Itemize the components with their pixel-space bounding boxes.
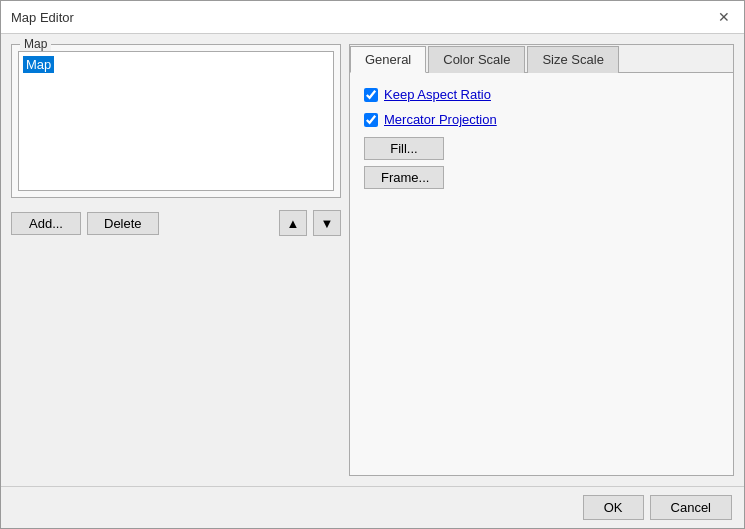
tabs-bar: General Color Scale Size Scale	[350, 45, 733, 73]
general-tab-content: Keep Aspect Ratio Mercator Projection Fi…	[350, 73, 733, 475]
tab-general-label: General	[365, 52, 411, 67]
left-panel: Map Map Add... Delete ▲ ▼	[11, 44, 341, 476]
mercator-projection-row: Mercator Projection	[364, 112, 719, 127]
tab-color-scale-label: Color Scale	[443, 52, 510, 67]
ok-button[interactable]: OK	[583, 495, 644, 520]
map-group: Map Map	[11, 44, 341, 198]
down-arrow-button[interactable]: ▼	[313, 210, 341, 236]
keep-aspect-ratio-checkbox[interactable]	[364, 88, 378, 102]
tab-size-scale[interactable]: Size Scale	[527, 46, 618, 73]
mercator-projection-label[interactable]: Mercator Projection	[384, 112, 497, 127]
map-list-box[interactable]: Map	[18, 51, 334, 191]
fill-button[interactable]: Fill...	[364, 137, 444, 160]
map-editor-dialog: Map Editor ✕ Map Map Add... Delete ▲ ▼	[0, 0, 745, 529]
dialog-footer: OK Cancel	[1, 486, 744, 528]
mercator-projection-checkbox[interactable]	[364, 113, 378, 127]
keep-aspect-ratio-row: Keep Aspect Ratio	[364, 87, 719, 102]
up-arrow-icon: ▲	[287, 216, 300, 231]
delete-button[interactable]: Delete	[87, 212, 159, 235]
dialog-body: Map Map Add... Delete ▲ ▼ Ge	[1, 34, 744, 486]
tab-color-scale[interactable]: Color Scale	[428, 46, 525, 73]
dialog-title: Map Editor	[11, 10, 74, 25]
title-bar: Map Editor ✕	[1, 1, 744, 34]
right-panel: General Color Scale Size Scale Keep Aspe…	[349, 44, 734, 476]
map-group-label: Map	[20, 37, 51, 51]
left-button-row: Add... Delete ▲ ▼	[11, 210, 341, 236]
frame-button[interactable]: Frame...	[364, 166, 444, 189]
tab-general[interactable]: General	[350, 46, 426, 73]
up-arrow-button[interactable]: ▲	[279, 210, 307, 236]
map-list-item[interactable]: Map	[23, 56, 54, 73]
keep-aspect-ratio-label[interactable]: Keep Aspect Ratio	[384, 87, 491, 102]
cancel-button[interactable]: Cancel	[650, 495, 732, 520]
close-button[interactable]: ✕	[714, 7, 734, 27]
down-arrow-icon: ▼	[321, 216, 334, 231]
tab-size-scale-label: Size Scale	[542, 52, 603, 67]
add-button[interactable]: Add...	[11, 212, 81, 235]
